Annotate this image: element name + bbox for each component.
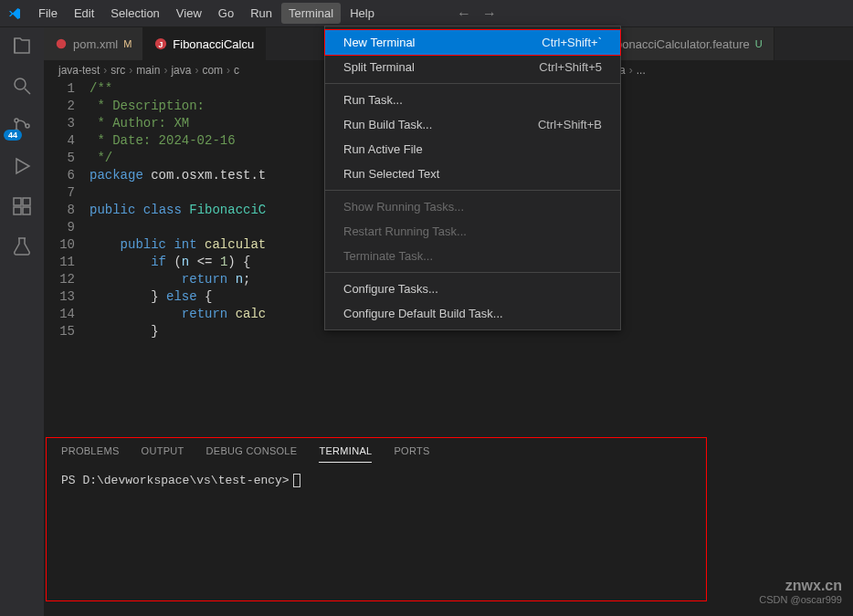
menu-item-label: Split Terminal [343,60,415,74]
chevron-right-icon: › [195,64,198,77]
line-number: 8 [44,202,75,219]
watermark-main: znwx.cn [759,578,842,594]
tab-label: FibonacciCalcu [173,37,254,51]
svg-point-1 [15,119,18,122]
watermark: znwx.cn CSDN @oscar999 [759,578,842,605]
search-icon[interactable] [11,75,33,97]
terminal-cursor-icon [293,474,300,487]
svg-rect-7 [23,207,30,214]
menu-shortcut: Ctrl+Shift+B [538,118,602,131]
panel-tab-output[interactable]: OUTPUT [142,445,184,463]
menu-item-run-active-file[interactable]: Run Active File [325,137,620,162]
menu-item-label: Run Build Task... [343,118,432,131]
menu-separator [325,272,620,273]
menu-item-split-terminal[interactable]: Split TerminalCtrl+Shift+5 [325,55,620,79]
menu-item-new-terminal[interactable]: New TerminalCtrl+Shift+` [324,29,621,56]
breadcrumb-part[interactable]: src [111,64,125,77]
terminal-menu: New TerminalCtrl+Shift+`Split TerminalCt… [324,26,621,330]
menu-help[interactable]: Help [342,3,382,24]
menu-item-show-running-tasks: Show Running Tasks... [325,194,620,219]
editor-tab[interactable]: JFibonacciCalcu [143,27,266,60]
menu-item-run-task[interactable]: Run Task... [325,88,620,112]
explorer-icon[interactable] [11,35,33,57]
menu-view[interactable]: View [169,3,209,24]
file-icon [55,37,68,50]
menu-item-run-build-task[interactable]: Run Build Task...Ctrl+Shift+B [325,112,620,137]
chevron-right-icon: › [226,64,230,77]
source-control-badge: 44 [4,130,22,141]
svg-rect-5 [23,198,30,205]
breadcrumb-part[interactable]: main [136,64,160,77]
breadcrumb-part[interactable]: c [234,64,239,77]
line-number: 7 [44,184,75,202]
line-number: 15 [44,323,75,340]
line-number: 4 [44,132,75,150]
menu-item-configure-tasks[interactable]: Configure Tasks... [325,277,620,301]
menu-item-terminate-task: Terminate Task... [325,244,620,268]
menu-item-label: Restart Running Task... [343,224,467,238]
line-number: 11 [44,254,75,271]
chevron-right-icon: › [163,64,167,77]
menu-shortcut: Ctrl+Shift+` [542,36,602,49]
source-control-icon[interactable]: 44 [11,115,33,137]
menu-item-label: Terminate Task... [343,249,433,263]
menu-item-label: Configure Default Build Task... [343,307,503,320]
line-number: 12 [44,271,75,288]
watermark-sub: CSDN @oscar999 [759,594,842,605]
file-icon: J [154,37,167,50]
panel-tab-ports[interactable]: PORTS [394,445,429,463]
breadcrumb-more[interactable]: ... [637,64,646,77]
tab-label: FibonacciCalculator.feature [606,37,750,51]
svg-rect-4 [14,198,21,205]
breadcrumb-part[interactable]: java-test [58,64,100,77]
breadcrumb-part[interactable]: com [202,64,223,77]
menu-item-label: Configure Tasks... [343,282,438,296]
menu-item-configure-default-build-task[interactable]: Configure Default Build Task... [325,301,620,326]
menu-terminal[interactable]: Terminal [281,3,341,24]
chevron-right-icon: › [129,64,132,77]
menu-item-label: Run Active File [343,142,423,156]
line-number: 3 [44,115,75,132]
panel-tabs: PROBLEMSOUTPUTDEBUG CONSOLETERMINALPORTS [47,438,706,463]
run-debug-icon[interactable] [11,155,33,177]
line-number: 14 [44,306,75,323]
activity-bar: 44 [0,27,44,616]
line-number: 5 [44,150,75,167]
svg-rect-6 [14,207,21,214]
tab-label: pom.xml [73,37,118,51]
terminal-prompt: PS D:\devworkspace\vs\test-ency> [61,474,290,487]
line-number: 6 [44,167,75,184]
menu-item-restart-running-task: Restart Running Task... [325,219,620,244]
menu-edit[interactable]: Edit [67,3,101,24]
svg-point-8 [57,39,67,49]
chevron-right-icon: › [629,64,633,77]
testing-icon[interactable] [11,235,33,257]
menu-item-label: Run Selected Text [343,167,439,181]
menu-go[interactable]: Go [211,3,241,24]
bottom-panel: PROBLEMSOUTPUTDEBUG CONSOLETERMINALPORTS… [46,437,707,601]
extensions-icon[interactable] [11,195,33,217]
nav-forward-icon[interactable]: → [482,5,497,22]
menu-separator [325,190,620,191]
menu-file[interactable]: File [31,3,65,24]
line-number: 1 [44,80,75,98]
menu-item-label: Run Task... [343,93,403,107]
menu-selection[interactable]: Selection [103,3,166,24]
panel-tab-terminal[interactable]: TERMINAL [319,445,372,463]
editor-tab[interactable]: pom.xmlM [44,27,143,60]
line-number: 9 [44,219,75,236]
terminal-content[interactable]: PS D:\devworkspace\vs\test-ency> [47,463,706,498]
chevron-right-icon: › [103,64,107,77]
breadcrumb-part[interactable]: java [171,64,191,77]
line-number: 2 [44,98,75,115]
tab-status: M [123,38,132,49]
panel-tab-debug-console[interactable]: DEBUG CONSOLE [206,445,298,463]
menu-item-run-selected-text[interactable]: Run Selected Text [325,162,620,186]
menu-separator [325,83,620,84]
nav-arrows: ← → [457,5,497,22]
menu-run[interactable]: Run [243,3,279,24]
menu-shortcut: Ctrl+Shift+5 [539,60,602,74]
nav-back-icon[interactable]: ← [457,5,471,22]
menu-item-label: Show Running Tasks... [343,200,464,214]
panel-tab-problems[interactable]: PROBLEMS [61,445,120,463]
